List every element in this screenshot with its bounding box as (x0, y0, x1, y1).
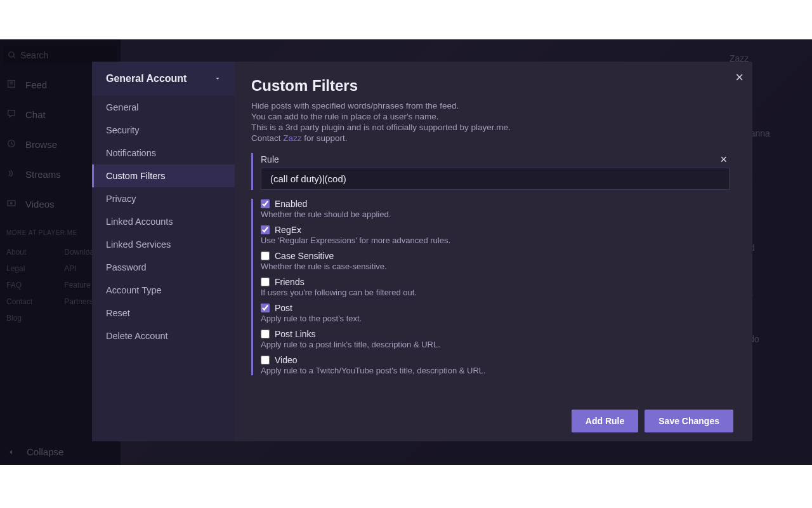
option-regex: RegExUse 'Regular Expressions' for more … (261, 225, 730, 245)
close-icon[interactable]: × (731, 65, 747, 90)
option-friends: FriendsIf users you're following can be … (261, 277, 730, 297)
contact-link[interactable]: Zazz (283, 133, 301, 143)
modal-footer: Add Rule Save Changes (572, 410, 733, 432)
settings-tab-notifications[interactable]: Notifications (92, 142, 235, 164)
option-label: Friends (275, 277, 304, 287)
desc-line: This is a 3rd party plugin and is not of… (251, 123, 511, 132)
rule-label: Rule (261, 154, 279, 164)
chevron-down-icon (214, 76, 221, 82)
settings-tab-privacy[interactable]: Privacy (92, 187, 235, 210)
option-label: RegEx (275, 225, 301, 235)
settings-tab-reset[interactable]: Reset (92, 302, 235, 324)
option-post: PostApply rule to the post's text. (261, 303, 730, 323)
option-desc: Whether the rule should be applied. (261, 210, 730, 219)
option-checkbox[interactable] (261, 251, 270, 260)
option-label: Post Links (275, 329, 316, 339)
option-label: Post (275, 303, 292, 313)
settings-tab-password[interactable]: Password (92, 256, 235, 279)
settings-tab-security[interactable]: Security (92, 119, 235, 142)
option-desc: Use 'Regular Expressions' for more advan… (261, 236, 730, 245)
option-checkbox[interactable] (261, 330, 270, 338)
option-desc: Apply rule to the post's text. (261, 314, 730, 323)
desc-line: for support. (302, 133, 348, 143)
option-checkbox[interactable] (261, 199, 270, 208)
rule-input[interactable] (261, 168, 730, 190)
settings-tab-delete-account[interactable]: Delete Account (92, 324, 235, 347)
page-description: Hide posts with specified words/phrases … (251, 101, 730, 144)
desc-line: You can add to the rule in place of a us… (251, 112, 439, 121)
option-desc: If users you're following can be filtere… (261, 288, 730, 297)
option-checkbox[interactable] (261, 304, 270, 312)
option-video: VideoApply rule to a Twitch/YouTube post… (261, 355, 730, 375)
add-rule-button[interactable]: Add Rule (572, 410, 638, 432)
save-changes-button[interactable]: Save Changes (645, 410, 733, 432)
option-checkbox[interactable] (261, 225, 270, 234)
settings-sidebar-header[interactable]: General Account (92, 62, 235, 96)
settings-tab-account-type[interactable]: Account Type (92, 279, 235, 302)
option-checkbox[interactable] (261, 356, 270, 364)
option-label: Video (275, 355, 298, 365)
option-post-links: Post LinksApply rule to a post link's ti… (261, 329, 730, 349)
desc-line: Contact (251, 133, 283, 143)
settings-tab-linked-services[interactable]: Linked Services (92, 233, 235, 256)
option-label: Enabled (275, 199, 307, 209)
option-case-sensitive: Case SensitiveWhether the rule is case-s… (261, 251, 730, 271)
remove-rule-icon[interactable]: × (717, 153, 730, 166)
option-desc: Whether the rule is case-sensitive. (261, 262, 730, 271)
option-desc: Apply rule to a post link's title, descr… (261, 340, 730, 349)
option-label: Case Sensitive (275, 251, 334, 261)
settings-tab-general[interactable]: General (92, 96, 235, 119)
settings-sidebar-title: General Account (106, 73, 187, 84)
option-desc: Apply rule to a Twitch/YouTube post's ti… (261, 366, 730, 375)
desc-line: Hide posts with specified words/phrases … (251, 101, 459, 110)
settings-modal: General Account GeneralSecurityNotificat… (92, 62, 752, 441)
option-enabled: EnabledWhether the rule should be applie… (261, 199, 730, 219)
settings-tab-linked-accounts[interactable]: Linked Accounts (92, 210, 235, 233)
option-checkbox[interactable] (261, 277, 270, 286)
settings-sidebar: General Account GeneralSecurityNotificat… (92, 62, 235, 441)
rule-options: EnabledWhether the rule should be applie… (251, 199, 730, 375)
page-title: Custom Filters (251, 77, 730, 95)
rule-block: Rule × (251, 153, 730, 190)
settings-tab-custom-filters[interactable]: Custom Filters (92, 164, 235, 187)
settings-body: × Custom Filters Hide posts with specifi… (235, 62, 752, 441)
